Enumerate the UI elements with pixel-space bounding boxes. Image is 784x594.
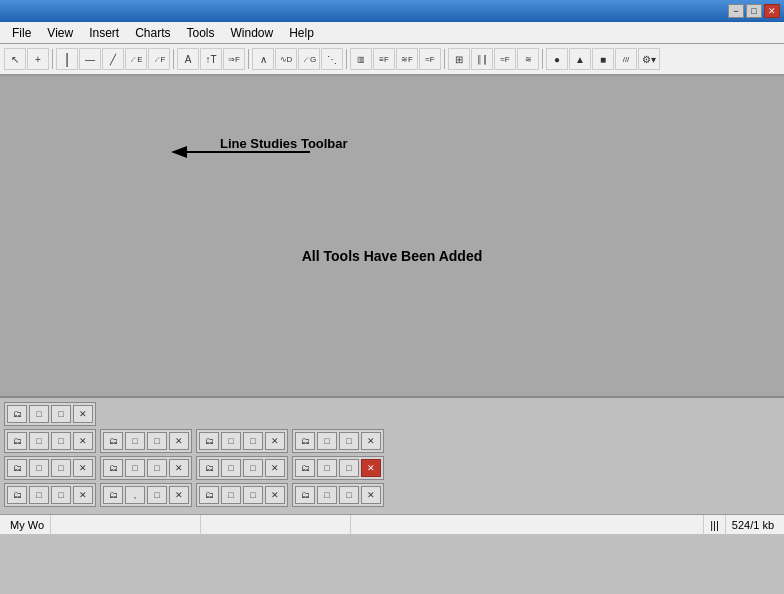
sine-btn[interactable]: ∿D xyxy=(275,48,297,70)
menu-window[interactable]: Window xyxy=(223,24,282,42)
text-btn[interactable]: A xyxy=(177,48,199,70)
panel-maximize-btn[interactable]: □ xyxy=(51,432,71,450)
panel-close-btn[interactable]: ✕ xyxy=(361,486,381,504)
panel-group-3-2: 🗂 □ □ ✕ xyxy=(100,456,192,480)
menu-bar: File View Insert Charts Tools Window Hel… xyxy=(0,22,784,44)
grid-btn[interactable]: ⊞ xyxy=(448,48,470,70)
panel-restore-btn[interactable]: 🗂 xyxy=(7,405,27,423)
panel-close-btn[interactable]: ✕ xyxy=(73,459,93,477)
pitchfork-btn[interactable]: ⋱ xyxy=(321,48,343,70)
close-button[interactable]: ✕ xyxy=(764,4,780,18)
panel-minimize-btn[interactable]: □ xyxy=(317,432,337,450)
panel-group-2-1: 🗂 □ □ ✕ xyxy=(4,429,96,453)
annotation-arrow xyxy=(0,76,784,396)
panel-row-1: 🗂 □ □ ✕ xyxy=(4,402,780,426)
title-bar: − □ ✕ xyxy=(0,0,784,22)
channel-btn[interactable]: ⟋G xyxy=(298,48,320,70)
menu-tools[interactable]: Tools xyxy=(179,24,223,42)
panel-maximize-btn[interactable]: □ xyxy=(147,459,167,477)
panel-minimize-btn[interactable]: □ xyxy=(29,486,49,504)
panel-maximize-btn[interactable]: □ xyxy=(243,432,263,450)
extended-line-btn[interactable]: ⟋E xyxy=(125,48,147,70)
panel-close-btn[interactable]: ✕ xyxy=(73,432,93,450)
menu-file[interactable]: File xyxy=(4,24,39,42)
panel-group-3-1: 🗂 □ □ ✕ xyxy=(4,456,96,480)
panel-maximize-btn[interactable]: □ xyxy=(147,432,167,450)
panel-minimize-btn[interactable]: , xyxy=(125,486,145,504)
panel-restore-btn[interactable]: 🗂 xyxy=(7,459,27,477)
panel-restore-btn[interactable]: 🗂 xyxy=(295,486,315,504)
panel-close-active-btn[interactable]: ✕ xyxy=(361,459,381,477)
panel-group-4-3: 🗂 □ □ ✕ xyxy=(196,483,288,507)
gann-btn[interactable]: ▥ xyxy=(350,48,372,70)
menu-view[interactable]: View xyxy=(39,24,81,42)
panel-close-btn[interactable]: ✕ xyxy=(169,459,189,477)
panel-restore-btn[interactable]: 🗂 xyxy=(295,432,315,450)
panel-close-btn[interactable]: ✕ xyxy=(265,432,285,450)
trend-line-btn[interactable]: ╱ xyxy=(102,48,124,70)
panel-maximize-btn[interactable]: □ xyxy=(147,486,167,504)
panel-maximize-btn[interactable]: □ xyxy=(51,486,71,504)
panel-restore-btn[interactable]: 🗂 xyxy=(103,486,123,504)
panel-minimize-btn[interactable]: □ xyxy=(221,459,241,477)
panel-close-btn[interactable]: ✕ xyxy=(73,405,93,423)
panel-close-btn[interactable]: ✕ xyxy=(169,432,189,450)
panel-close-btn[interactable]: ✕ xyxy=(169,486,189,504)
oval-btn[interactable]: ● xyxy=(546,48,568,70)
fib-ext-btn[interactable]: ≈F xyxy=(494,48,516,70)
minimize-button[interactable]: − xyxy=(728,4,744,18)
panel-restore-btn[interactable]: 🗂 xyxy=(199,486,219,504)
status-section2 xyxy=(51,515,201,534)
right-arrow-btn[interactable]: ⇒F xyxy=(223,48,245,70)
panel-restore-btn[interactable]: 🗂 xyxy=(199,459,219,477)
panel-maximize-btn[interactable]: □ xyxy=(243,459,263,477)
panel-maximize-btn[interactable]: □ xyxy=(339,486,359,504)
parallel-lines-btn[interactable]: ║║ xyxy=(471,48,493,70)
panel-restore-btn[interactable]: 🗂 xyxy=(103,459,123,477)
vertical-line-btn[interactable]: | xyxy=(56,48,78,70)
panel-minimize-btn[interactable]: □ xyxy=(317,486,337,504)
arc-btn[interactable]: ∧ xyxy=(252,48,274,70)
panel-minimize-btn[interactable]: □ xyxy=(221,486,241,504)
panel-maximize-btn[interactable]: □ xyxy=(51,405,71,423)
panel-restore-btn[interactable]: 🗂 xyxy=(7,432,27,450)
panel-group-2-2: 🗂 □ □ ✕ xyxy=(100,429,192,453)
panel-restore-btn[interactable]: 🗂 xyxy=(7,486,27,504)
panel-minimize-btn[interactable]: □ xyxy=(317,459,337,477)
panel-minimize-btn[interactable]: □ xyxy=(125,459,145,477)
panel-minimize-btn[interactable]: □ xyxy=(221,432,241,450)
menu-insert[interactable]: Insert xyxy=(81,24,127,42)
panel-restore-btn[interactable]: 🗂 xyxy=(199,432,219,450)
panel-restore-btn[interactable]: 🗂 xyxy=(295,459,315,477)
more-tools-btn[interactable]: ⚙▾ xyxy=(638,48,660,70)
select-tool-btn[interactable]: ↖ xyxy=(4,48,26,70)
panel-maximize-btn[interactable]: □ xyxy=(339,459,359,477)
crosshair-tool-btn[interactable]: + xyxy=(27,48,49,70)
rectangle-btn[interactable]: ■ xyxy=(592,48,614,70)
panel-minimize-btn[interactable]: □ xyxy=(29,405,49,423)
panel-row-3: 🗂 □ □ ✕ 🗂 □ □ ✕ 🗂 □ □ ✕ 🗂 □ □ ✕ xyxy=(4,456,780,480)
panel-minimize-btn[interactable]: □ xyxy=(125,432,145,450)
fib-retr-btn[interactable]: ≡F xyxy=(373,48,395,70)
panel-maximize-btn[interactable]: □ xyxy=(243,486,263,504)
triangle-btn[interactable]: ▲ xyxy=(569,48,591,70)
panel-maximize-btn[interactable]: □ xyxy=(51,459,71,477)
panel-minimize-btn[interactable]: □ xyxy=(29,432,49,450)
fib-channel-btn[interactable]: ≋ xyxy=(517,48,539,70)
horizontal-line-btn[interactable]: — xyxy=(79,48,101,70)
menu-charts[interactable]: Charts xyxy=(127,24,178,42)
panel-close-btn[interactable]: ✕ xyxy=(73,486,93,504)
up-arrow-btn[interactable]: ↑T xyxy=(200,48,222,70)
panel-close-btn[interactable]: ✕ xyxy=(361,432,381,450)
panel-close-btn[interactable]: ✕ xyxy=(265,486,285,504)
fib-arc-btn[interactable]: ≋F xyxy=(396,48,418,70)
panel-maximize-btn[interactable]: □ xyxy=(339,432,359,450)
fib-fan-btn[interactable]: ≈F xyxy=(419,48,441,70)
panel-close-btn[interactable]: ✕ xyxy=(265,459,285,477)
panel-minimize-btn[interactable]: □ xyxy=(29,459,49,477)
panel-restore-btn[interactable]: 🗂 xyxy=(103,432,123,450)
maximize-button[interactable]: □ xyxy=(746,4,762,18)
brush-btn[interactable]: /// xyxy=(615,48,637,70)
ray-btn[interactable]: ⟋F xyxy=(148,48,170,70)
menu-help[interactable]: Help xyxy=(281,24,322,42)
